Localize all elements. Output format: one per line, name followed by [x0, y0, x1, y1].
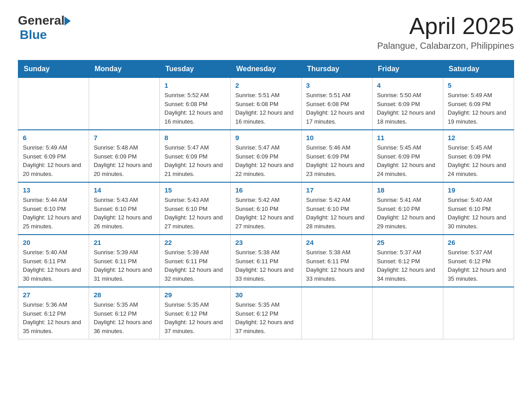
day-info: Sunrise: 5:45 AMSunset: 6:09 PMDaylight:… — [448, 143, 509, 178]
day-info: Sunrise: 5:48 AMSunset: 6:09 PMDaylight:… — [94, 143, 155, 178]
calendar-cell: 27Sunrise: 5:36 AMSunset: 6:12 PMDayligh… — [18, 287, 89, 339]
calendar-week-row: 1Sunrise: 5:52 AMSunset: 6:08 PMDaylight… — [18, 78, 514, 130]
day-number: 13 — [23, 186, 84, 194]
day-info: Sunrise: 5:49 AMSunset: 6:09 PMDaylight:… — [23, 143, 84, 178]
day-number: 7 — [94, 134, 155, 141]
day-info: Sunrise: 5:45 AMSunset: 6:09 PMDaylight:… — [377, 143, 438, 178]
day-number: 19 — [448, 186, 509, 194]
weekday-header-monday: Monday — [89, 60, 160, 78]
day-number: 29 — [164, 291, 226, 299]
day-number: 21 — [94, 239, 155, 246]
calendar-cell: 18Sunrise: 5:41 AMSunset: 6:10 PMDayligh… — [372, 182, 443, 235]
weekday-header-tuesday: Tuesday — [160, 60, 231, 78]
logo-arrow-icon — [64, 17, 71, 26]
day-number: 20 — [23, 239, 84, 246]
day-number: 10 — [306, 134, 368, 141]
day-info: Sunrise: 5:35 AMSunset: 6:12 PMDaylight:… — [235, 300, 296, 335]
day-number: 18 — [377, 186, 438, 194]
day-number: 2 — [235, 81, 296, 89]
day-info: Sunrise: 5:50 AMSunset: 6:09 PMDaylight:… — [377, 91, 438, 126]
day-number: 22 — [164, 239, 226, 246]
day-number: 12 — [448, 134, 509, 141]
day-info: Sunrise: 5:40 AMSunset: 6:10 PMDaylight:… — [448, 196, 509, 231]
day-number: 4 — [377, 81, 438, 89]
calendar-cell: 6Sunrise: 5:49 AMSunset: 6:09 PMDaylight… — [18, 130, 89, 182]
day-info: Sunrise: 5:37 AMSunset: 6:12 PMDaylight:… — [448, 248, 509, 283]
day-number: 27 — [23, 291, 84, 299]
calendar-cell — [372, 287, 443, 339]
calendar-cell: 17Sunrise: 5:42 AMSunset: 6:10 PMDayligh… — [301, 182, 372, 235]
day-number: 9 — [235, 134, 296, 141]
day-info: Sunrise: 5:41 AMSunset: 6:10 PMDaylight:… — [377, 196, 438, 231]
day-number: 11 — [377, 134, 438, 141]
day-number: 15 — [164, 186, 226, 194]
calendar-cell: 21Sunrise: 5:39 AMSunset: 6:11 PMDayligh… — [89, 235, 160, 287]
day-info: Sunrise: 5:46 AMSunset: 6:09 PMDaylight:… — [306, 143, 368, 178]
day-number: 26 — [448, 239, 509, 246]
calendar-week-row: 20Sunrise: 5:40 AMSunset: 6:11 PMDayligh… — [18, 235, 514, 287]
day-info: Sunrise: 5:38 AMSunset: 6:11 PMDaylight:… — [306, 248, 368, 283]
day-number: 17 — [306, 186, 368, 194]
day-number: 30 — [235, 291, 296, 299]
logo-blue-text: Blue — [20, 28, 47, 42]
month-year-title: April 2025 — [377, 13, 514, 39]
day-info: Sunrise: 5:49 AMSunset: 6:09 PMDaylight:… — [448, 91, 509, 126]
day-info: Sunrise: 5:52 AMSunset: 6:08 PMDaylight:… — [164, 91, 226, 126]
day-info: Sunrise: 5:51 AMSunset: 6:08 PMDaylight:… — [235, 91, 296, 126]
day-info: Sunrise: 5:35 AMSunset: 6:12 PMDaylight:… — [164, 300, 226, 335]
calendar-cell: 20Sunrise: 5:40 AMSunset: 6:11 PMDayligh… — [18, 235, 89, 287]
weekday-header-saturday: Saturday — [443, 60, 514, 78]
calendar-cell: 23Sunrise: 5:38 AMSunset: 6:11 PMDayligh… — [231, 235, 301, 287]
calendar-body: 1Sunrise: 5:52 AMSunset: 6:08 PMDaylight… — [18, 78, 514, 339]
day-number: 1 — [164, 81, 226, 89]
day-info: Sunrise: 5:38 AMSunset: 6:11 PMDaylight:… — [235, 248, 296, 283]
day-number: 25 — [377, 239, 438, 246]
logo: General Blue — [18, 13, 71, 42]
page-header: General Blue April 2025 Palangue, Calaba… — [18, 13, 514, 51]
calendar-week-row: 6Sunrise: 5:49 AMSunset: 6:09 PMDaylight… — [18, 130, 514, 182]
calendar-cell: 12Sunrise: 5:45 AMSunset: 6:09 PMDayligh… — [443, 130, 514, 182]
day-number: 16 — [235, 186, 296, 194]
day-info: Sunrise: 5:47 AMSunset: 6:09 PMDaylight:… — [164, 143, 226, 178]
day-number: 14 — [94, 186, 155, 194]
calendar-cell — [301, 287, 372, 339]
logo-general-text: General — [18, 13, 64, 28]
calendar-cell: 3Sunrise: 5:51 AMSunset: 6:08 PMDaylight… — [301, 78, 372, 130]
calendar-cell: 2Sunrise: 5:51 AMSunset: 6:08 PMDaylight… — [231, 78, 301, 130]
day-info: Sunrise: 5:42 AMSunset: 6:10 PMDaylight:… — [235, 196, 296, 231]
calendar-cell: 22Sunrise: 5:39 AMSunset: 6:11 PMDayligh… — [160, 235, 231, 287]
day-number: 23 — [235, 239, 296, 246]
calendar-cell: 10Sunrise: 5:46 AMSunset: 6:09 PMDayligh… — [301, 130, 372, 182]
weekday-header-wednesday: Wednesday — [231, 60, 301, 78]
calendar-cell: 29Sunrise: 5:35 AMSunset: 6:12 PMDayligh… — [160, 287, 231, 339]
day-number: 5 — [448, 81, 509, 89]
calendar-cell: 25Sunrise: 5:37 AMSunset: 6:12 PMDayligh… — [372, 235, 443, 287]
calendar-header: SundayMondayTuesdayWednesdayThursdayFrid… — [18, 60, 514, 78]
day-info: Sunrise: 5:39 AMSunset: 6:11 PMDaylight:… — [164, 248, 226, 283]
calendar-cell — [89, 78, 160, 130]
calendar-cell: 26Sunrise: 5:37 AMSunset: 6:12 PMDayligh… — [443, 235, 514, 287]
calendar-cell — [443, 287, 514, 339]
day-number: 8 — [164, 134, 226, 141]
calendar-cell: 30Sunrise: 5:35 AMSunset: 6:12 PMDayligh… — [231, 287, 301, 339]
calendar-cell: 15Sunrise: 5:43 AMSunset: 6:10 PMDayligh… — [160, 182, 231, 235]
day-number: 6 — [23, 134, 84, 141]
day-info: Sunrise: 5:40 AMSunset: 6:11 PMDaylight:… — [23, 248, 84, 283]
day-info: Sunrise: 5:42 AMSunset: 6:10 PMDaylight:… — [306, 196, 368, 231]
calendar-cell: 14Sunrise: 5:43 AMSunset: 6:10 PMDayligh… — [89, 182, 160, 235]
day-number: 24 — [306, 239, 368, 246]
title-block: April 2025 Palangue, Calabarzon, Philipp… — [377, 13, 514, 51]
calendar-table: SundayMondayTuesdayWednesdayThursdayFrid… — [18, 60, 514, 339]
calendar-cell: 16Sunrise: 5:42 AMSunset: 6:10 PMDayligh… — [231, 182, 301, 235]
calendar-week-row: 13Sunrise: 5:44 AMSunset: 6:10 PMDayligh… — [18, 182, 514, 235]
day-number: 28 — [94, 291, 155, 299]
day-number: 3 — [306, 81, 368, 89]
day-info: Sunrise: 5:51 AMSunset: 6:08 PMDaylight:… — [306, 91, 368, 126]
weekday-header-thursday: Thursday — [301, 60, 372, 78]
day-info: Sunrise: 5:43 AMSunset: 6:10 PMDaylight:… — [164, 196, 226, 231]
day-info: Sunrise: 5:37 AMSunset: 6:12 PMDaylight:… — [377, 248, 438, 283]
calendar-cell: 24Sunrise: 5:38 AMSunset: 6:11 PMDayligh… — [301, 235, 372, 287]
day-info: Sunrise: 5:36 AMSunset: 6:12 PMDaylight:… — [23, 300, 84, 335]
calendar-cell: 4Sunrise: 5:50 AMSunset: 6:09 PMDaylight… — [372, 78, 443, 130]
calendar-cell: 7Sunrise: 5:48 AMSunset: 6:09 PMDaylight… — [89, 130, 160, 182]
